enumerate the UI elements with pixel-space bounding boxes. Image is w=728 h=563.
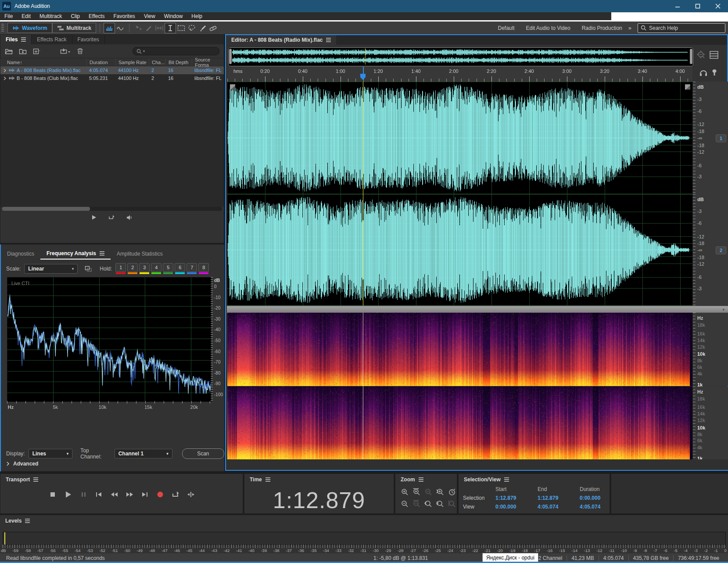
spectrogram-channel-2[interactable] xyxy=(227,386,692,459)
channel-badge[interactable]: 1 xyxy=(716,134,726,142)
menu-item-view[interactable]: View xyxy=(140,12,160,20)
files-horizontal-scrollbar[interactable] xyxy=(2,207,222,211)
tab-frequency-analysis[interactable]: Frequency Analysis xyxy=(40,248,111,260)
maximize-button[interactable] xyxy=(688,0,708,12)
open-file-icon[interactable] xyxy=(5,48,13,54)
expand-chevron-icon[interactable] xyxy=(3,69,7,72)
advanced-label[interactable]: Advanced xyxy=(13,461,38,467)
loop-button[interactable] xyxy=(170,490,181,499)
lasso-selection-tool[interactable] xyxy=(186,23,197,33)
waveform-mode-button[interactable]: Waveform xyxy=(7,23,52,33)
navigator-left-handle[interactable] xyxy=(229,49,232,64)
zoom-selection-button[interactable] xyxy=(434,498,446,509)
panel-menu-icon[interactable] xyxy=(265,479,270,480)
preview-loop-icon[interactable] xyxy=(108,215,115,220)
display-dropdown[interactable]: Lines▾ xyxy=(29,449,73,458)
workspace-radio-production[interactable]: Radio Production xyxy=(582,25,622,31)
menu-item-effects[interactable]: Effects xyxy=(84,12,109,20)
hold-button-2[interactable]: 2 xyxy=(127,263,138,272)
skip-forward-button[interactable] xyxy=(139,490,151,499)
menu-item-edit[interactable]: Edit xyxy=(17,12,35,20)
scan-button[interactable]: Scan xyxy=(182,448,224,459)
tab-amplitude-statistics[interactable]: Amplitude Statistics xyxy=(111,248,169,260)
time-selection-tool[interactable] xyxy=(165,23,176,33)
headphone-icon[interactable] xyxy=(699,69,708,76)
show-spectral-view-button[interactable] xyxy=(115,23,126,33)
frequency-analysis-plot[interactable] xyxy=(7,277,212,402)
delete-icon[interactable] xyxy=(77,48,83,54)
minimize-button[interactable] xyxy=(667,0,688,12)
column-header-source-forma[interactable]: Source Forma xyxy=(192,58,224,66)
tab-diagnostics[interactable]: Diagnostics xyxy=(1,248,40,260)
panel-menu-icon[interactable] xyxy=(33,479,38,480)
zoom-in-time-button[interactable] xyxy=(411,486,422,498)
hz-ruler-channel-2[interactable]: Hz18k16k14k12k10k8k6k4k1k xyxy=(692,386,728,459)
show-waveform-view-button[interactable] xyxy=(104,23,115,33)
waveform-channel-2[interactable] xyxy=(227,194,692,306)
navigator-zoom-out-icon[interactable] xyxy=(696,50,706,60)
hold-button-3[interactable]: 3 xyxy=(139,263,150,272)
value-end[interactable]: 1:12.879 xyxy=(538,495,580,501)
move-tool[interactable] xyxy=(133,23,143,33)
hud-gain-icon[interactable] xyxy=(230,84,235,90)
value-start[interactable]: 1:12.879 xyxy=(495,495,538,501)
spot-healing-brush-tool[interactable] xyxy=(208,23,218,33)
top-channel-dropdown[interactable]: Channel 1▾ xyxy=(115,449,172,458)
panel-menu-icon[interactable] xyxy=(21,39,26,40)
column-header-duration[interactable]: Duration xyxy=(86,58,115,66)
hz-ruler-channel-1[interactable]: Hz18k16k14k12k10k8k6k4k1k xyxy=(692,313,728,386)
menu-item-file[interactable]: File xyxy=(0,12,17,20)
marquee-selection-tool[interactable] xyxy=(176,23,186,33)
hold-button-5[interactable]: 5 xyxy=(163,263,173,272)
zoom-navigator[interactable] xyxy=(228,47,693,66)
new-item-icon[interactable] xyxy=(33,48,43,54)
zoom-in-button[interactable] xyxy=(399,486,410,498)
zoom-amplitude-button[interactable] xyxy=(446,498,458,509)
db-ruler-channel-1[interactable]: dB-3-6-12-18-∞-18-12-6-31 xyxy=(692,82,728,194)
value-end[interactable]: 4:05.074 xyxy=(538,504,580,510)
zoom-reset-button[interactable] xyxy=(446,486,458,498)
menu-item-clip[interactable]: Clip xyxy=(66,12,84,20)
chevron-right-icon[interactable] xyxy=(6,462,10,466)
skip-back-button[interactable] xyxy=(93,490,104,499)
play-button[interactable] xyxy=(62,490,74,499)
panel-menu-icon[interactable] xyxy=(25,520,30,521)
hold-button-4[interactable]: 4 xyxy=(151,263,161,272)
menu-item-help[interactable]: Help xyxy=(187,12,207,20)
record-button[interactable] xyxy=(154,490,166,499)
panel-menu-icon[interactable] xyxy=(326,40,331,40)
track-list-icon[interactable] xyxy=(710,51,718,59)
value-start[interactable]: 0:00.000 xyxy=(495,504,538,510)
panel-menu-icon[interactable] xyxy=(100,253,104,254)
panel-menu-icon[interactable] xyxy=(504,479,509,480)
hold-button-6[interactable]: 6 xyxy=(175,263,185,272)
scale-dropdown[interactable]: Linear▾ xyxy=(24,264,78,274)
menu-item-multitrack[interactable]: Multitrack xyxy=(35,12,66,20)
help-search-box[interactable]: Search Help xyxy=(638,23,725,33)
channel-badge[interactable]: 2 xyxy=(716,246,726,254)
time-display[interactable]: 1:12.879 xyxy=(244,487,394,513)
zoom-sel-left-button[interactable] xyxy=(423,498,434,509)
column-header-name[interactable]: Name ↑ xyxy=(0,58,86,66)
file-row[interactable]: A - 808 Beats (Radio Mix).flac4:05.07444… xyxy=(0,66,224,74)
zoom-out-time-button[interactable] xyxy=(411,498,422,509)
pause-button[interactable] xyxy=(78,490,89,499)
hold-button-7[interactable]: 7 xyxy=(186,263,197,272)
close-button[interactable] xyxy=(708,0,728,12)
zoom-out-full-button[interactable] xyxy=(423,486,434,498)
skip-cti-button[interactable] xyxy=(185,490,197,499)
spectrogram-channel-1[interactable] xyxy=(227,313,692,386)
ruler-corner-handle[interactable] xyxy=(685,84,690,90)
stop-button[interactable] xyxy=(47,490,58,499)
editor-tab[interactable]: Editor: A - 808 Beats (Radio Mix).flac xyxy=(226,35,336,45)
files-search-input[interactable]: ▾ xyxy=(133,47,219,55)
column-header-bit-depth[interactable]: Bit Depth xyxy=(165,58,192,66)
slip-tool[interactable] xyxy=(154,23,165,33)
workspace-edit-audio-to-video[interactable]: Edit Audio to Video xyxy=(526,25,570,31)
preview-play-icon[interactable] xyxy=(91,215,97,220)
workspace-overflow-button[interactable]: » xyxy=(628,25,631,31)
multitrack-mode-button[interactable]: Multitrack xyxy=(52,23,97,33)
file-name-cell[interactable]: A - 808 Beats (Radio Mix).flac xyxy=(0,68,86,73)
insert-into-multitrack-icon[interactable] xyxy=(60,48,71,54)
tab-effects-rack[interactable]: Effects Rack xyxy=(32,35,72,44)
